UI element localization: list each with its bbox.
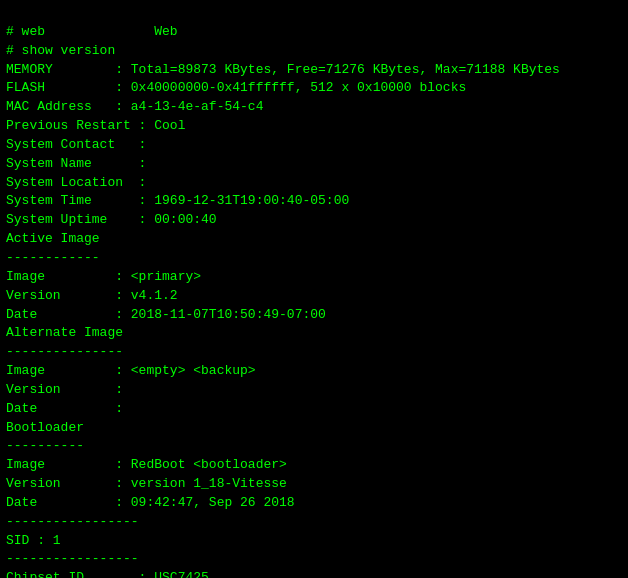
terminal-line: Active Image [6,230,622,249]
terminal-line: Version : version 1_18-Vitesse [6,475,622,494]
terminal-line: System Location : [6,174,622,193]
terminal-line: Image : RedBoot <bootloader> [6,456,622,475]
terminal-line: System Uptime : 00:00:40 [6,211,622,230]
terminal-line: Alternate Image [6,324,622,343]
terminal-line: FLASH : 0x40000000-0x41ffffff, 512 x 0x1… [6,79,622,98]
terminal-line: Image : <empty> <backup> [6,362,622,381]
terminal-line: System Name : [6,155,622,174]
terminal-line: ---------- [6,437,622,456]
terminal-line: Date : 09:42:47, Sep 26 2018 [6,494,622,513]
terminal-line: Image : <primary> [6,268,622,287]
terminal-line: Previous Restart : Cool [6,117,622,136]
terminal-line: System Time : 1969-12-31T19:00:40-05:00 [6,192,622,211]
terminal-line: Date : 2018-11-07T10:50:49-07:00 [6,306,622,325]
terminal-line: # show version [6,42,622,61]
terminal-line: ------------ [6,249,622,268]
terminal-line: ----------------- [6,550,622,569]
terminal-line: Bootloader [6,419,622,438]
terminal-line: MAC Address : a4-13-4e-af-54-c4 [6,98,622,117]
terminal-window[interactable]: # web Web# show versionMEMORY : Total=89… [0,0,628,578]
terminal-line: --------------- [6,343,622,362]
terminal-line: ----------------- [6,513,622,532]
terminal-line: MEMORY : Total=89873 KBytes, Free=71276 … [6,61,622,80]
terminal-line: Date : [6,400,622,419]
terminal-line: Chipset ID : USC7425 [6,569,622,578]
terminal-line: # web Web [6,23,622,42]
terminal-line: System Contact : [6,136,622,155]
terminal-line: SID : 1 [6,532,622,551]
terminal-line: Version : v4.1.2 [6,287,622,306]
terminal-line: Version : [6,381,622,400]
